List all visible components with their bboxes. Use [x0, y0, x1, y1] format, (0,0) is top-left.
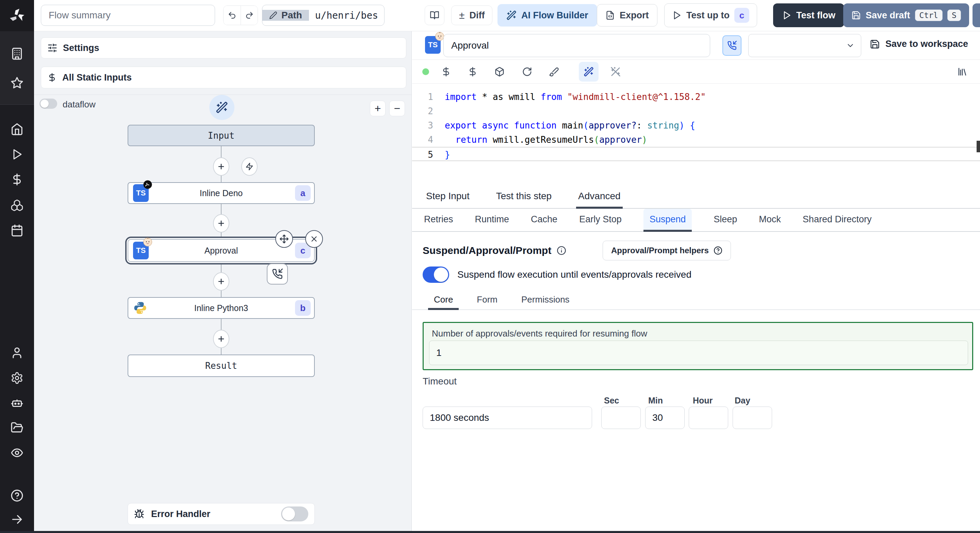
code-editor[interactable]: 1import * as wmill from "windmill-client…: [412, 84, 980, 185]
variable-dollar-icon[interactable]: [441, 67, 451, 77]
user-icon[interactable]: [0, 343, 34, 362]
input-node[interactable]: Input: [127, 125, 315, 146]
zoom-out-button[interactable]: −: [389, 101, 405, 116]
tab-advanced[interactable]: Advanced: [576, 185, 623, 209]
hour-label: Hour: [693, 396, 713, 406]
timeout-hour-input[interactable]: [689, 406, 728, 429]
tab-form[interactable]: Form: [477, 291, 498, 310]
all-static-inputs-label: All Static Inputs: [62, 72, 132, 83]
result-node[interactable]: Result: [127, 355, 315, 377]
step-detail-panel: TS Save to w: [412, 31, 980, 531]
dataflow-toggle[interactable]: [40, 98, 57, 109]
add-step-button-2[interactable]: [213, 214, 229, 233]
docs-button[interactable]: [425, 5, 444, 25]
approval-node-title: Approval: [205, 246, 238, 255]
gear-icon[interactable]: [0, 368, 34, 387]
python-icon: [133, 301, 147, 315]
suspend-toggle-row: Suspend flow execution until events/appr…: [423, 266, 692, 283]
arrow-right-icon[interactable]: [0, 510, 34, 529]
chevron-down-icon: [846, 41, 855, 50]
timeout-day-input[interactable]: [733, 406, 772, 429]
error-handler-bar[interactable]: Error Handler: [127, 503, 315, 525]
building-icon[interactable]: [0, 44, 34, 63]
library-icon[interactable]: [957, 67, 967, 77]
boxes-icon[interactable]: [0, 196, 34, 215]
inline-deno-node[interactable]: TS Inline Deno a: [127, 182, 315, 204]
calendar-icon[interactable]: [0, 221, 34, 240]
folder-open-icon[interactable]: [0, 418, 34, 437]
approval-phone-button[interactable]: [722, 35, 741, 56]
reset-icon[interactable]: [522, 67, 532, 77]
home-icon[interactable]: [0, 120, 34, 139]
wand-sparkles-icon: [506, 10, 517, 21]
error-handler-toggle[interactable]: [281, 506, 308, 522]
all-static-inputs-bar[interactable]: All Static Inputs: [41, 67, 406, 88]
path-button[interactable]: Path: [262, 10, 309, 21]
tab-retries[interactable]: Retries: [424, 209, 453, 232]
tab-core[interactable]: Core: [428, 291, 459, 310]
timeout-min-input[interactable]: [645, 406, 685, 429]
settings-bar[interactable]: Settings: [41, 37, 406, 59]
wand-off-icon[interactable]: [611, 67, 620, 77]
deno-icon: [143, 179, 153, 190]
delete-node-button[interactable]: [305, 230, 323, 248]
play-icon[interactable]: [0, 145, 34, 164]
tab-step-input[interactable]: Step Input: [424, 185, 472, 209]
windmill-logo[interactable]: [0, 0, 34, 31]
plus-minus-icon: ±: [459, 10, 465, 21]
tab-early-stop[interactable]: Early Stop: [579, 209, 622, 232]
diff-button[interactable]: ± Diff: [451, 5, 492, 25]
redo-button[interactable]: [240, 6, 258, 25]
step-name-input[interactable]: [443, 34, 710, 57]
test-flow-button[interactable]: Test flow: [773, 3, 844, 27]
package-icon[interactable]: [495, 67, 504, 77]
book-open-icon: [430, 11, 439, 20]
path-value[interactable]: u/henri/bes: [309, 10, 384, 21]
trigger-bolt-button[interactable]: [241, 157, 258, 176]
approval-prompt-helpers-button[interactable]: Approval/Prompt helpers: [603, 241, 731, 260]
save-to-workspace-button[interactable]: Save to workspace: [870, 39, 968, 49]
star-icon[interactable]: [0, 73, 34, 92]
inline-python3-node[interactable]: Inline Python3 b: [127, 297, 315, 319]
zoom-in-button[interactable]: +: [370, 101, 385, 116]
timeout-sec-input[interactable]: [601, 406, 641, 429]
deploy-button-clipped[interactable]: [972, 3, 980, 27]
timeout-summary-input[interactable]: [423, 406, 592, 429]
export-button[interactable]: Export: [597, 4, 657, 27]
tab-permissions[interactable]: Permissions: [521, 291, 570, 310]
ai-wand-button[interactable]: [209, 95, 234, 120]
help-circle-icon[interactable]: [0, 486, 34, 505]
undo-button[interactable]: [224, 6, 240, 25]
dollar-icon[interactable]: [0, 170, 34, 189]
eye-icon[interactable]: [0, 443, 34, 462]
flow-summary-input[interactable]: [41, 5, 215, 26]
tab-shared-directory[interactable]: Shared Directory: [803, 209, 872, 232]
tab-cache[interactable]: Cache: [531, 209, 557, 232]
save-draft-button[interactable]: Save draft Ctrl S: [843, 3, 969, 27]
ai-wand-icon[interactable]: [584, 67, 594, 77]
ai-flow-builder-button[interactable]: AI Flow Builder: [498, 4, 597, 27]
resource-dollar-icon[interactable]: [468, 67, 478, 77]
script-version-select[interactable]: [748, 34, 861, 57]
tab-mock[interactable]: Mock: [759, 209, 781, 232]
pencil-icon: [269, 11, 277, 19]
bot-icon[interactable]: [0, 393, 34, 412]
tab-sleep[interactable]: Sleep: [714, 209, 737, 232]
info-icon: [557, 246, 566, 255]
approvals-required-input[interactable]: [429, 341, 968, 365]
phone-incoming-icon[interactable]: [267, 263, 288, 284]
test-up-to-button[interactable]: Test up to c: [664, 3, 757, 27]
tab-runtime[interactable]: Runtime: [475, 209, 509, 232]
suspend-toggle[interactable]: [423, 266, 449, 283]
move-node-button[interactable]: [275, 230, 293, 248]
format-brush-icon[interactable]: [549, 67, 559, 77]
editor-scroll-marker[interactable]: [977, 141, 980, 152]
baby-emoji-icon: [143, 237, 153, 247]
add-step-button-4[interactable]: [213, 330, 229, 348]
tab-suspend[interactable]: Suspend: [643, 209, 692, 232]
windmill-flow-editor: Path u/henri/bes ± Diff AI Flow Builder …: [0, 0, 980, 533]
add-step-button-1[interactable]: [213, 157, 229, 176]
add-step-button-3[interactable]: [213, 272, 229, 290]
typescript-icon: TS: [133, 184, 149, 202]
tab-test-this-step[interactable]: Test this step: [494, 185, 554, 209]
